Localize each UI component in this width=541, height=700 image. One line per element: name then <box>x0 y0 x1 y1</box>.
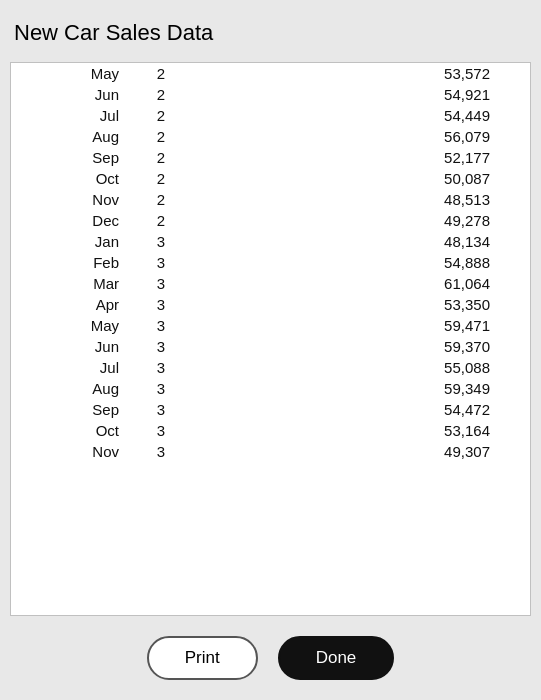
month-cell: Jan <box>11 231 131 252</box>
month-cell: Feb <box>11 252 131 273</box>
month-cell: Apr <box>11 294 131 315</box>
month-cell: Jun <box>11 336 131 357</box>
sales-table: May253,572Jun254,921Jul254,449Aug256,079… <box>11 63 530 462</box>
sales-cell: 54,472 <box>191 399 530 420</box>
month-cell: Mar <box>11 273 131 294</box>
month-cell: Aug <box>11 126 131 147</box>
table-row: Apr353,350 <box>11 294 530 315</box>
sales-cell: 49,307 <box>191 441 530 462</box>
table-row: Jun254,921 <box>11 84 530 105</box>
year-cell: 2 <box>131 189 191 210</box>
year-cell: 3 <box>131 273 191 294</box>
month-cell: Nov <box>11 189 131 210</box>
month-cell: Nov <box>11 441 131 462</box>
month-cell: Dec <box>11 210 131 231</box>
sales-cell: 50,087 <box>191 168 530 189</box>
sales-cell: 54,921 <box>191 84 530 105</box>
year-cell: 2 <box>131 105 191 126</box>
year-cell: 3 <box>131 294 191 315</box>
month-cell: Jul <box>11 357 131 378</box>
done-button[interactable]: Done <box>278 636 395 680</box>
year-cell: 3 <box>131 441 191 462</box>
month-cell: Oct <box>11 168 131 189</box>
table-scroll[interactable]: May253,572Jun254,921Jul254,449Aug256,079… <box>11 63 530 615</box>
year-cell: 2 <box>131 168 191 189</box>
sales-cell: 59,349 <box>191 378 530 399</box>
table-row: Aug256,079 <box>11 126 530 147</box>
sales-cell: 48,513 <box>191 189 530 210</box>
print-button[interactable]: Print <box>147 636 258 680</box>
table-row: Oct250,087 <box>11 168 530 189</box>
month-cell: May <box>11 63 131 84</box>
sales-cell: 54,888 <box>191 252 530 273</box>
year-cell: 3 <box>131 399 191 420</box>
year-cell: 2 <box>131 84 191 105</box>
table-row: Jul355,088 <box>11 357 530 378</box>
button-row: Print Done <box>10 616 531 680</box>
sales-cell: 59,370 <box>191 336 530 357</box>
sales-cell: 53,350 <box>191 294 530 315</box>
sales-cell: 55,088 <box>191 357 530 378</box>
month-cell: May <box>11 315 131 336</box>
table-row: Feb354,888 <box>11 252 530 273</box>
sales-cell: 53,164 <box>191 420 530 441</box>
month-cell: Jun <box>11 84 131 105</box>
year-cell: 2 <box>131 147 191 168</box>
month-cell: Oct <box>11 420 131 441</box>
table-row: Jul254,449 <box>11 105 530 126</box>
month-cell: Sep <box>11 147 131 168</box>
month-cell: Aug <box>11 378 131 399</box>
table-wrapper: May253,572Jun254,921Jul254,449Aug256,079… <box>10 62 531 616</box>
page-container: New Car Sales Data May253,572Jun254,921J… <box>0 0 541 700</box>
sales-cell: 54,449 <box>191 105 530 126</box>
year-cell: 2 <box>131 210 191 231</box>
year-cell: 3 <box>131 420 191 441</box>
year-cell: 3 <box>131 315 191 336</box>
year-cell: 3 <box>131 231 191 252</box>
table-row: Nov349,307 <box>11 441 530 462</box>
sales-cell: 61,064 <box>191 273 530 294</box>
table-row: May253,572 <box>11 63 530 84</box>
table-row: Jun359,370 <box>11 336 530 357</box>
sales-cell: 56,079 <box>191 126 530 147</box>
year-cell: 3 <box>131 252 191 273</box>
table-row: Aug359,349 <box>11 378 530 399</box>
table-row: Jan348,134 <box>11 231 530 252</box>
table-row: Sep252,177 <box>11 147 530 168</box>
table-row: Dec249,278 <box>11 210 530 231</box>
table-row: Nov248,513 <box>11 189 530 210</box>
year-cell: 3 <box>131 357 191 378</box>
sales-cell: 59,471 <box>191 315 530 336</box>
month-cell: Jul <box>11 105 131 126</box>
month-cell: Sep <box>11 399 131 420</box>
year-cell: 2 <box>131 126 191 147</box>
sales-cell: 49,278 <box>191 210 530 231</box>
year-cell: 3 <box>131 378 191 399</box>
sales-cell: 52,177 <box>191 147 530 168</box>
table-row: Mar361,064 <box>11 273 530 294</box>
sales-cell: 48,134 <box>191 231 530 252</box>
table-row: Oct353,164 <box>11 420 530 441</box>
year-cell: 3 <box>131 336 191 357</box>
year-cell: 2 <box>131 63 191 84</box>
table-row: Sep354,472 <box>11 399 530 420</box>
page-title: New Car Sales Data <box>10 20 531 46</box>
table-row: May359,471 <box>11 315 530 336</box>
sales-cell: 53,572 <box>191 63 530 84</box>
